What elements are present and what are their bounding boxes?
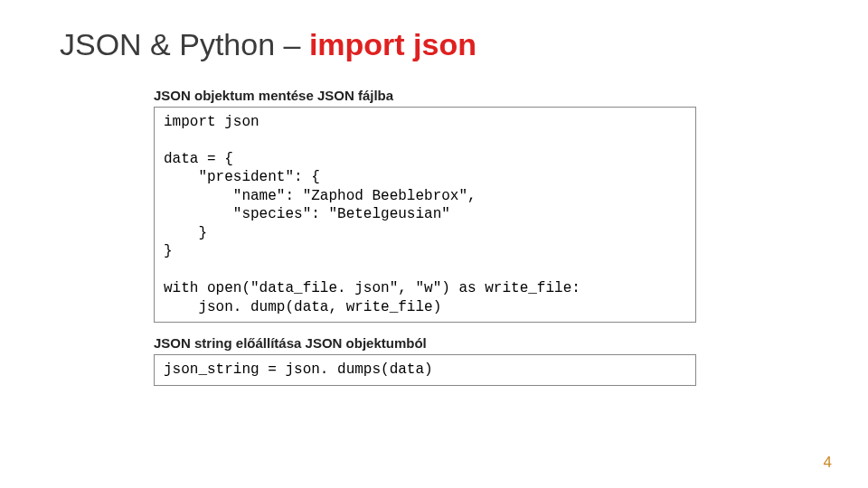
section-label-1: JSON objektum mentése JSON fájlba	[154, 88, 696, 103]
title-prefix: JSON & Python –	[60, 27, 309, 61]
title-highlight: import json	[309, 27, 476, 61]
code-box-1: import json data = { "president": { "nam…	[154, 107, 696, 323]
section-label-2: JSON string előállítása JSON objektumból	[154, 335, 696, 351]
slide-content: JSON objektum mentése JSON fájlba import…	[154, 88, 696, 386]
slide-title: JSON & Python – import json	[60, 27, 814, 62]
page-number: 4	[824, 454, 832, 472]
code-box-2: json_string = json. dumps(data)	[154, 354, 696, 385]
